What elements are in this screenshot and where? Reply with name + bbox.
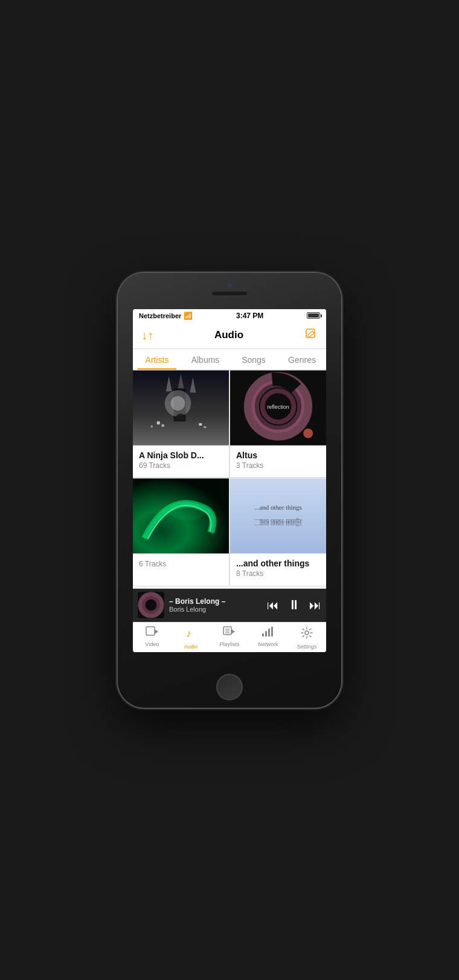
now-playing-info: – Boris Lelong – Boris Lelong: [169, 597, 262, 613]
svg-rect-6: [157, 421, 160, 424]
svg-rect-9: [199, 423, 202, 425]
svg-rect-8: [151, 425, 153, 427]
svg-text:♪: ♪: [186, 627, 191, 639]
artist-card-green[interactable]: 6 Tracks: [133, 478, 229, 585]
playlists-icon: [223, 626, 236, 640]
now-playing-artist: Boris Lelong: [169, 606, 262, 613]
settings-icon: [300, 626, 313, 642]
svg-point-43: [305, 631, 309, 635]
svg-point-13: [176, 413, 186, 420]
svg-marker-32: [155, 629, 158, 634]
svg-rect-39: [262, 633, 264, 636]
audio-icon: ♪: [184, 626, 197, 642]
sort-icon[interactable]: ↓↑: [141, 328, 153, 342]
battery-fill: [308, 313, 319, 318]
svg-text:...and other things: ...and other things: [254, 519, 302, 526]
tab-albums[interactable]: Albums: [181, 349, 230, 370]
svg-point-22: [169, 502, 205, 520]
content-area: A Ninja Slob D... 69 Tracks: [133, 370, 326, 622]
tab-audio-bottom[interactable]: ♪ Audio: [172, 623, 210, 652]
tab-strip: Artists Albums Songs Genres: [133, 349, 326, 370]
svg-rect-41: [268, 629, 270, 636]
phone-home-button[interactable]: [216, 674, 243, 700]
bottom-tab-bar: Video ♪ Audio: [133, 622, 326, 652]
playlists-label: Playlists: [219, 641, 239, 647]
svg-rect-23: [230, 478, 326, 553]
battery-icon: [307, 312, 320, 319]
tab-network[interactable]: Network: [249, 623, 287, 652]
svg-marker-38: [231, 629, 235, 634]
tab-video[interactable]: Video: [133, 623, 172, 652]
artist-tracks-other: 8 Tracks: [230, 569, 326, 578]
now-playing-bar: – Boris Lelong – Boris Lelong ⏮ ⏸ ⏭: [133, 589, 326, 622]
artist-card-altus[interactable]: reflection Altus 3 Tracks: [230, 370, 326, 477]
album-art-ninja: [133, 370, 229, 446]
tab-songs[interactable]: Songs: [230, 349, 278, 370]
svg-text:reflection: reflection: [267, 403, 289, 409]
page-title: Audio: [214, 329, 243, 341]
wifi-icon: 📶: [184, 312, 193, 320]
pause-button[interactable]: ⏸: [287, 597, 301, 613]
now-playing-thumb: [138, 592, 164, 618]
svg-rect-31: [146, 627, 155, 635]
tab-settings[interactable]: Settings: [287, 623, 326, 652]
svg-rect-10: [204, 426, 206, 428]
network-label: Network: [258, 641, 278, 647]
svg-point-20: [303, 428, 313, 438]
artist-grid: A Ninja Slob D... 69 Tracks: [133, 370, 326, 585]
artist-name-green: [133, 554, 229, 560]
settings-label: Settings: [297, 644, 317, 650]
network-icon: [262, 626, 275, 640]
video-label: Video: [146, 641, 159, 647]
artist-name-altus: Altus: [230, 446, 326, 461]
tab-playlists[interactable]: Playlists: [210, 623, 249, 652]
phone-camera: [226, 283, 233, 289]
status-bar: Netzbetreiber 📶 3:47 PM: [133, 309, 326, 322]
tab-artists[interactable]: Artists: [133, 349, 181, 370]
svg-rect-42: [271, 627, 273, 636]
svg-rect-7: [162, 424, 164, 426]
svg-point-12: [171, 396, 185, 411]
artist-tracks-ninja: 69 Tracks: [133, 461, 229, 470]
album-art-altus: reflection: [230, 370, 326, 446]
artist-card-ninja[interactable]: A Ninja Slob D... 69 Tracks: [133, 370, 229, 477]
status-left: Netzbetreiber 📶: [139, 312, 193, 320]
carrier-label: Netzbetreiber: [139, 312, 181, 319]
svg-point-30: [147, 601, 155, 609]
audio-label: Audio: [184, 644, 197, 650]
next-button[interactable]: ⏭: [309, 598, 321, 612]
album-art-other: ...and other things ...and other things …: [230, 478, 326, 554]
artist-tracks-altus: 3 Tracks: [230, 461, 326, 470]
screen: Netzbetreiber 📶 3:47 PM ↓↑ Audio Artists…: [133, 309, 326, 652]
artist-tracks-green: 6 Tracks: [133, 560, 229, 568]
phone-shell: Netzbetreiber 📶 3:47 PM ↓↑ Audio Artists…: [118, 273, 341, 708]
album-art-green: [133, 478, 229, 554]
artist-name-other: ...and other things: [230, 554, 326, 569]
tab-genres[interactable]: Genres: [278, 349, 326, 370]
svg-text:...and other things: ...and other things: [254, 504, 302, 511]
video-icon: [146, 626, 159, 640]
status-time: 3:47 PM: [236, 312, 263, 320]
artist-name-ninja: A Ninja Slob D...: [133, 446, 229, 461]
now-playing-controls: ⏮ ⏸ ⏭: [267, 597, 321, 613]
phone-speaker: [211, 291, 248, 296]
svg-rect-40: [265, 631, 267, 636]
prev-button[interactable]: ⏮: [267, 598, 279, 612]
nav-bar: ↓↑ Audio: [133, 322, 326, 349]
now-playing-title: – Boris Lelong –: [169, 597, 262, 606]
edit-icon[interactable]: [304, 327, 318, 344]
artist-card-other[interactable]: ...and other things ...and other things …: [230, 478, 326, 585]
